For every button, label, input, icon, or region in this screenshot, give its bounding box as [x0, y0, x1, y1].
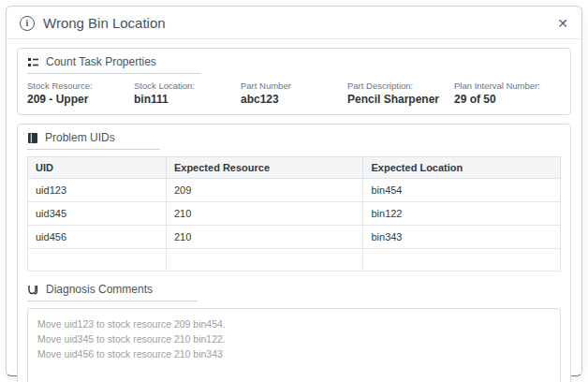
- field-plan-interval-number: Plan Interval Number: 29 of 50: [454, 81, 561, 106]
- info-icon: i: [20, 16, 35, 31]
- field-part-number: Part Number abc123: [241, 81, 347, 106]
- field-stock-resource: Stock Resource: 209 - Upper: [27, 81, 134, 106]
- dialog-body: Count Task Properties Stock Resource: 20…: [7, 39, 581, 382]
- comment-line: Move uid123 to stock resource 209 bin454…: [37, 317, 551, 332]
- book-icon: [27, 132, 38, 144]
- close-icon[interactable]: ✕: [557, 17, 568, 30]
- dialog-header: i Wrong Bin Location ✕: [7, 7, 581, 39]
- count-task-fields: Stock Resource: 209 - Upper Stock Locati…: [27, 81, 561, 106]
- task-list-icon: [27, 56, 39, 68]
- count-task-properties-label: Count Task Properties: [46, 55, 156, 68]
- column-header-expected-resource: Expected Resource: [166, 157, 363, 179]
- comment-icon: [27, 284, 39, 296]
- diagnosis-comments-heading: Diagnosis Comments: [27, 283, 198, 301]
- dialog-title: Wrong Bin Location: [43, 15, 166, 31]
- diagnosis-comments-label: Diagnosis Comments: [46, 283, 153, 296]
- table-row[interactable]: uid456 210 bin343: [28, 226, 561, 249]
- diagnosis-comments-input[interactable]: Move uid123 to stock resource 209 bin454…: [27, 308, 561, 382]
- table-row-empty[interactable]: [28, 249, 561, 272]
- comment-line: Move uid456 to stock resource 210 bin343: [37, 347, 551, 362]
- table-header-row: UID Expected Resource Expected Location: [28, 157, 561, 179]
- table-row[interactable]: uid123 209 bin454: [28, 179, 561, 202]
- comment-line: Move uid345 to stock resource 210 bin122…: [37, 332, 551, 347]
- column-header-expected-location: Expected Location: [363, 157, 561, 179]
- problem-uids-section: Problem UIDs UID Expected Resource Expec…: [17, 124, 571, 382]
- count-task-properties-heading: Count Task Properties: [27, 55, 201, 74]
- problem-uids-heading: Problem UIDs: [27, 131, 160, 150]
- column-header-uid: UID: [28, 157, 167, 179]
- field-part-description: Part Description: Pencil Sharpener: [347, 81, 454, 106]
- field-stock-location: Stock Location: bin111: [134, 81, 241, 106]
- count-task-properties-section: Count Task Properties Stock Resource: 20…: [17, 48, 571, 115]
- wrong-bin-location-dialog: i Wrong Bin Location ✕ Count Task Proper…: [6, 6, 582, 376]
- problem-uids-table: UID Expected Resource Expected Location …: [27, 156, 561, 272]
- problem-uids-label: Problem UIDs: [45, 131, 115, 144]
- table-row[interactable]: uid345 210 bin122: [28, 202, 561, 226]
